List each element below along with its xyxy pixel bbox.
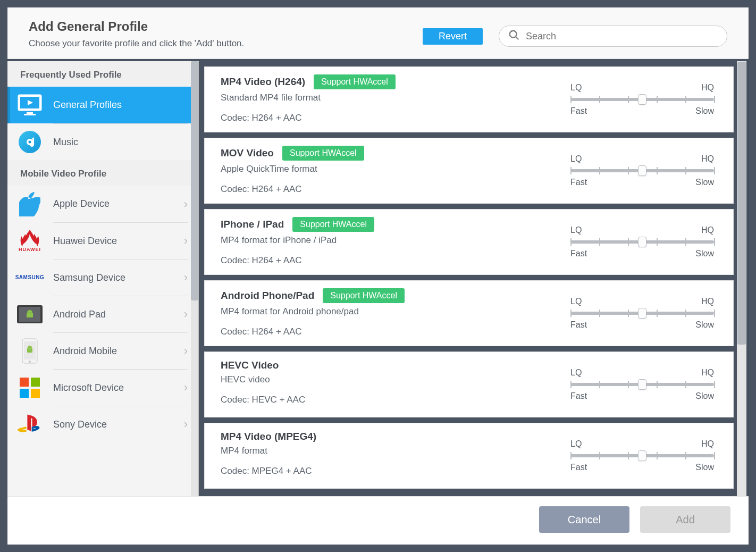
quality-slider[interactable]	[570, 312, 714, 315]
revert-button[interactable]: Revert	[423, 28, 483, 45]
profile-codec: Codec: H264 + AAC	[221, 255, 570, 266]
quality-slider[interactable]	[570, 454, 714, 457]
profile-codec: Codec: HEVC + AAC	[221, 395, 570, 405]
apple-icon	[16, 190, 44, 218]
sidebar-item-music[interactable]: Music	[7, 123, 198, 160]
quality-slider-panel: LQHQ FastSlow	[570, 431, 714, 481]
quality-slider[interactable]	[570, 240, 714, 244]
profile-info: MP4 Video (MPEG4) MP4 format Codec: MPEG…	[221, 431, 570, 481]
label-hq: HQ	[701, 154, 714, 164]
slider-thumb[interactable]	[638, 450, 646, 461]
label-fast: Fast	[570, 391, 587, 401]
profile-list: MP4 Video (H264)Support HWAccel Standard…	[199, 61, 737, 496]
search-input[interactable]	[499, 26, 727, 47]
profile-card[interactable]: iPhone / iPadSupport HWAccel MP4 format …	[204, 209, 734, 275]
profile-info: Android Phone/PadSupport HWAccel MP4 for…	[221, 288, 570, 338]
chevron-right-icon: ›	[184, 271, 188, 285]
content-scrollbar[interactable]	[737, 61, 746, 496]
profile-desc: MP4 format for Android phone/pad	[221, 306, 570, 317]
profile-info: HEVC Video HEVC video Codec: HEVC + AAC	[221, 359, 570, 409]
profile-desc: Standard MP4 file format	[221, 93, 570, 103]
label-hq: HQ	[701, 297, 714, 306]
sidebar-scrollbar[interactable]	[191, 61, 198, 496]
svg-line-1	[516, 37, 518, 39]
profile-info: MOV VideoSupport HWAccel Apple QuickTime…	[221, 146, 570, 196]
quality-slider[interactable]	[570, 169, 714, 172]
label-fast: Fast	[570, 178, 587, 187]
profile-card[interactable]: Android Phone/PadSupport HWAccel MP4 for…	[204, 280, 734, 346]
label-lq: LQ	[570, 368, 582, 378]
android-pad-icon	[16, 300, 44, 328]
slider-thumb[interactable]	[638, 94, 646, 105]
label-slow: Slow	[695, 178, 714, 187]
slider-thumb[interactable]	[638, 308, 646, 319]
sidebar-item-huawei[interactable]: HUAWEI Huawei Device›	[7, 222, 198, 259]
chevron-right-icon: ›	[184, 307, 188, 321]
sidebar-item-android-mobile[interactable]: Android Mobile›	[7, 332, 198, 369]
label-hq: HQ	[701, 225, 714, 235]
playstation-icon	[16, 411, 44, 438]
svg-rect-6	[24, 114, 36, 115]
profile-codec: Codec: MPEG4 + AAC	[221, 466, 570, 476]
windows-icon	[16, 374, 44, 402]
label-lq: LQ	[570, 83, 582, 93]
hwaccel-badge: Support HWAccel	[282, 146, 364, 161]
chevron-right-icon: ›	[184, 417, 188, 431]
slider-thumb[interactable]	[638, 379, 646, 390]
profile-codec: Codec: H264 + AAC	[221, 184, 570, 195]
sidebar-item-samsung[interactable]: SAMSUNG Samsung Device›	[7, 259, 198, 296]
dialog-window: Add General Profile Choose your favorite…	[7, 7, 749, 545]
profile-desc: MP4 format for iPhone / iPad	[221, 235, 570, 246]
label-fast: Fast	[570, 106, 587, 116]
quality-slider-panel: LQHQ FastSlow	[570, 146, 714, 196]
chevron-right-icon: ›	[184, 344, 188, 358]
slider-thumb[interactable]	[638, 165, 646, 176]
label-slow: Slow	[695, 249, 714, 258]
chevron-right-icon: ›	[184, 197, 188, 211]
profile-title: iPhone / iPad	[221, 219, 284, 230]
profile-info: iPhone / iPadSupport HWAccel MP4 format …	[221, 217, 570, 267]
sidebar-item-label: Sony Device	[53, 419, 107, 430]
sidebar-item-general-profiles[interactable]: General Profiles	[7, 87, 198, 123]
svg-rect-16	[31, 378, 40, 387]
monitor-icon	[16, 91, 44, 119]
svg-rect-18	[31, 389, 40, 398]
add-button[interactable]: Add	[640, 506, 730, 533]
sidebar-item-android-pad[interactable]: Android Pad›	[7, 296, 198, 332]
sidebar-item-label: General Profiles	[53, 99, 122, 111]
svg-point-14	[29, 361, 31, 363]
slider-thumb[interactable]	[638, 237, 646, 247]
profile-card[interactable]: HEVC Video HEVC video Codec: HEVC + AAC …	[204, 352, 734, 417]
label-lq: LQ	[570, 154, 582, 164]
profile-card[interactable]: MOV VideoSupport HWAccel Apple QuickTime…	[204, 138, 734, 204]
sidebar-item-sony[interactable]: Sony Device›	[7, 406, 198, 442]
profile-codec: Codec: H264 + AAC	[221, 327, 570, 337]
quality-slider[interactable]	[570, 383, 714, 386]
header-actions: Revert	[423, 26, 727, 49]
cancel-button[interactable]: Cancel	[539, 506, 629, 533]
label-slow: Slow	[695, 320, 714, 330]
label-hq: HQ	[701, 83, 714, 93]
label-lq: LQ	[570, 297, 582, 306]
svg-point-9	[29, 140, 31, 143]
footer: Cancel Add	[7, 496, 749, 545]
page-title: Add General Profile	[29, 19, 244, 34]
samsung-icon: SAMSUNG	[16, 264, 44, 291]
section-frequently-used: Frequently Used Profile	[7, 61, 198, 87]
hwaccel-badge: Support HWAccel	[314, 74, 396, 89]
sidebar-item-label: Music	[53, 137, 78, 148]
profile-card[interactable]: MP4 Video (H264)Support HWAccel Standard…	[204, 66, 734, 132]
sidebar-item-apple[interactable]: Apple Device›	[7, 186, 198, 222]
profile-card[interactable]: MP4 Video (MPEG4) MP4 format Codec: MPEG…	[204, 423, 734, 489]
sidebar-item-label: Android Mobile	[53, 346, 117, 357]
svg-rect-17	[20, 389, 29, 398]
sidebar-item-microsoft[interactable]: Microsoft Device›	[7, 369, 198, 406]
profile-codec: Codec: H264 + AAC	[221, 113, 570, 123]
label-hq: HQ	[701, 368, 714, 378]
profile-desc: MP4 format	[221, 446, 570, 456]
profile-desc: Apple QuickTime format	[221, 164, 570, 174]
android-phone-icon	[16, 337, 44, 365]
svg-rect-15	[20, 378, 29, 387]
chevron-right-icon: ›	[184, 381, 188, 395]
quality-slider[interactable]	[570, 98, 714, 101]
